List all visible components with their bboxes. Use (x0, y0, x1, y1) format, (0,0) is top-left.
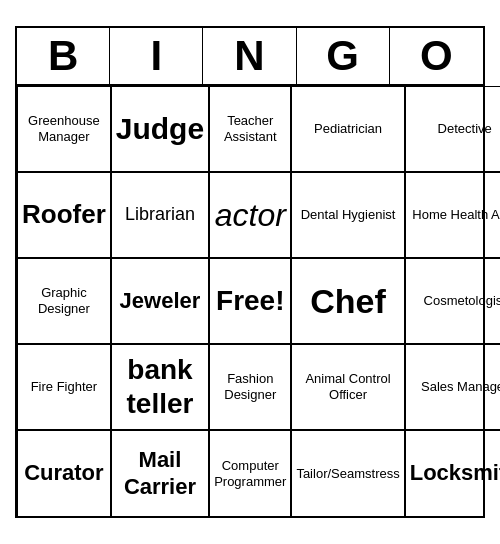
bingo-cell[interactable]: Curator (17, 430, 111, 516)
bingo-cell[interactable]: Dental Hygienist (291, 172, 404, 258)
bingo-header: BINGO (17, 28, 483, 86)
header-letter: I (110, 28, 203, 84)
bingo-cell[interactable]: Detective (405, 86, 500, 172)
bingo-card: BINGO Greenhouse ManagerJudgeTeacher Ass… (15, 26, 485, 518)
bingo-cell[interactable]: Pediatrician (291, 86, 404, 172)
bingo-cell[interactable]: Chef (291, 258, 404, 344)
bingo-cell[interactable]: actor (209, 172, 291, 258)
bingo-cell[interactable]: Librarian (111, 172, 209, 258)
header-letter: N (203, 28, 296, 84)
bingo-cell[interactable]: Judge (111, 86, 209, 172)
bingo-cell[interactable]: Computer Programmer (209, 430, 291, 516)
bingo-cell[interactable]: Sales Manager (405, 344, 500, 430)
bingo-cell[interactable]: Free! (209, 258, 291, 344)
header-letter: B (17, 28, 110, 84)
bingo-cell[interactable]: Home Health Aide (405, 172, 500, 258)
bingo-cell[interactable]: Jeweler (111, 258, 209, 344)
bingo-cell[interactable]: Animal Control Officer (291, 344, 404, 430)
bingo-cell[interactable]: Fire Fighter (17, 344, 111, 430)
bingo-cell[interactable]: bank teller (111, 344, 209, 430)
bingo-cell[interactable]: Greenhouse Manager (17, 86, 111, 172)
bingo-cell[interactable]: Mail Carrier (111, 430, 209, 516)
bingo-cell[interactable]: Roofer (17, 172, 111, 258)
bingo-cell[interactable]: Graphic Designer (17, 258, 111, 344)
bingo-cell[interactable]: Teacher Assistant (209, 86, 291, 172)
bingo-cell[interactable]: Fashion Designer (209, 344, 291, 430)
header-letter: O (390, 28, 483, 84)
bingo-cell[interactable]: Cosmetologist (405, 258, 500, 344)
header-letter: G (297, 28, 390, 84)
bingo-cell[interactable]: Locksmith (405, 430, 500, 516)
bingo-grid: Greenhouse ManagerJudgeTeacher Assistant… (17, 86, 483, 516)
bingo-cell[interactable]: Tailor/Seamstress (291, 430, 404, 516)
